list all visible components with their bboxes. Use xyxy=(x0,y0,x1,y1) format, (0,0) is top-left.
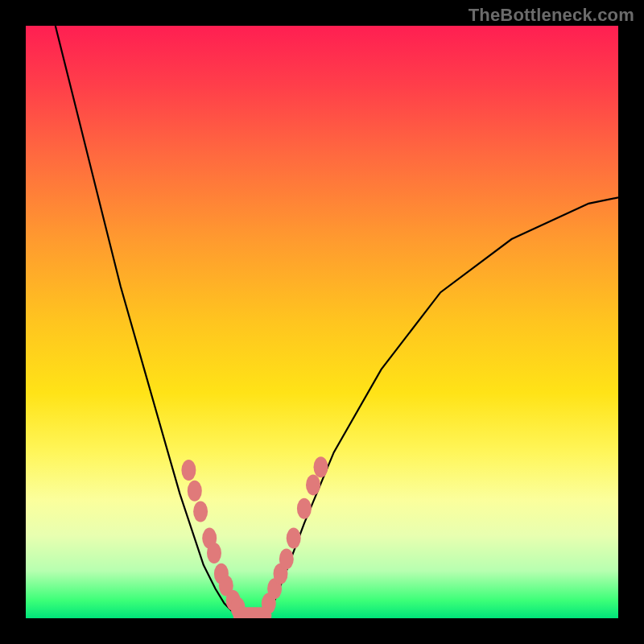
plot-area xyxy=(26,26,618,618)
marker-group-left xyxy=(181,460,245,618)
data-marker xyxy=(207,543,221,564)
chart-frame: TheBottleneck.com xyxy=(0,0,644,644)
data-marker xyxy=(297,498,312,519)
curve-group xyxy=(56,26,618,616)
data-marker xyxy=(314,456,328,477)
marker-bottom-bar xyxy=(233,607,272,618)
marker-group-right xyxy=(262,456,328,613)
data-marker xyxy=(193,502,208,522)
data-marker xyxy=(188,481,202,502)
data-marker xyxy=(279,548,294,569)
curve-right-branch xyxy=(262,197,618,616)
curve-left-branch xyxy=(56,26,241,616)
data-marker xyxy=(181,460,196,481)
data-marker xyxy=(306,474,320,495)
data-marker xyxy=(287,528,301,549)
data-marker-bar xyxy=(233,607,272,618)
watermark-text: TheBottleneck.com xyxy=(469,5,634,26)
chart-svg xyxy=(26,26,618,618)
